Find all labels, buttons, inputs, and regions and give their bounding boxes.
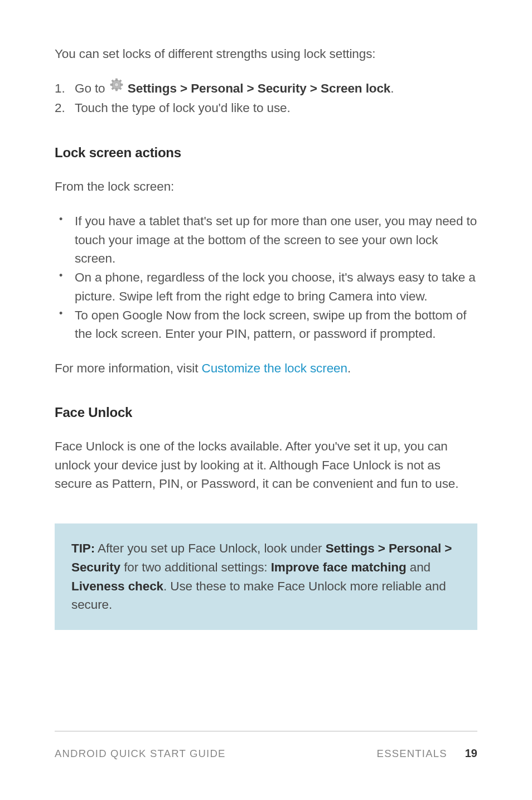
step-number: 2. (55, 99, 65, 118)
step-bold-path: Settings > Personal > Security > Screen … (128, 81, 390, 95)
settings-gear-icon (110, 78, 123, 98)
step-2: 2. Touch the type of lock you'd like to … (55, 99, 477, 118)
tip-text: After you set up Face Unlock, look under (95, 541, 326, 555)
lock-screen-section: Lock screen actions From the lock screen… (55, 145, 477, 378)
svg-rect-5 (120, 84, 123, 86)
bullet-item: If you have a tablet that's set up for m… (55, 212, 477, 268)
lock-screen-bullets: If you have a tablet that's set up for m… (55, 212, 477, 343)
intro-paragraph: You can set locks of different strengths… (55, 45, 477, 64)
tip-label: TIP: (71, 541, 95, 555)
tip-text: for two additional settings: (120, 560, 271, 574)
step-1: 1. Go to (55, 79, 477, 99)
svg-rect-4 (110, 84, 113, 86)
document-page: You can set locks of different strengths… (0, 0, 532, 630)
step-text: Touch the type of lock you'd like to use… (75, 101, 291, 115)
lock-screen-intro: From the lock screen: (55, 177, 477, 196)
tip-bold-setting-2: Liveness check (71, 579, 163, 593)
footer-right-group: ESSENTIALS 19 (377, 747, 477, 760)
page-number: 19 (465, 747, 477, 760)
more-info-suffix: . (347, 361, 351, 375)
page-footer: ANDROID QUICK START GUIDE ESSENTIALS 19 (55, 731, 477, 760)
footer-row: ANDROID QUICK START GUIDE ESSENTIALS 19 (55, 747, 477, 760)
customize-lock-screen-link[interactable]: Customize the lock screen (202, 361, 347, 375)
footer-guide-title: ANDROID QUICK START GUIDE (55, 748, 226, 760)
face-unlock-para: Face Unlock is one of the locks availabl… (55, 437, 477, 493)
tip-bold-setting-1: Improve face matching (271, 560, 407, 574)
bullet-item: To open Google Now from the lock screen,… (55, 306, 477, 344)
svg-rect-3 (115, 89, 117, 91)
footer-section-label: ESSENTIALS (377, 748, 447, 760)
section-heading-face-unlock: Face Unlock (55, 405, 477, 420)
section-heading-lock-screen: Lock screen actions (55, 145, 477, 161)
step-number: 1. (55, 79, 65, 99)
step-suffix: . (390, 81, 394, 95)
tip-callout: TIP: After you set up Face Unlock, look … (55, 523, 477, 630)
bullet-item: On a phone, regardless of the lock you c… (55, 268, 477, 306)
footer-divider (55, 731, 477, 731)
more-info-para: For more information, visit Customize th… (55, 359, 477, 378)
face-unlock-section: Face Unlock Face Unlock is one of the lo… (55, 405, 477, 630)
tip-text: and (407, 560, 431, 574)
step-text-prefix: Go to (75, 81, 109, 95)
numbered-steps-list: 1. Go to (55, 79, 477, 118)
more-info-prefix: For more information, visit (55, 361, 202, 375)
svg-point-1 (114, 83, 118, 87)
svg-rect-2 (115, 79, 117, 81)
